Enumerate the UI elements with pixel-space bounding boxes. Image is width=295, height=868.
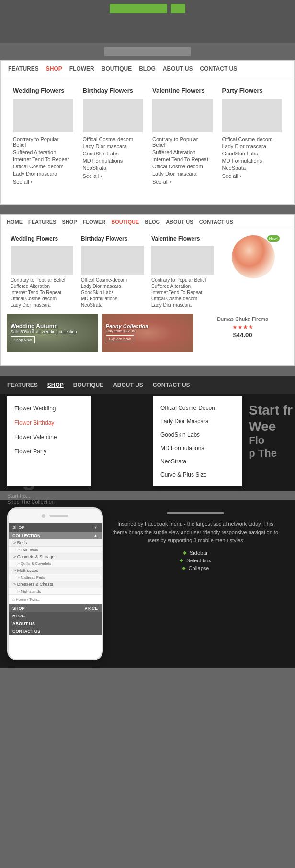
phone-collection-arrow[interactable]: ▲	[93, 533, 98, 538]
nav3-shop[interactable]: SHOP	[47, 382, 64, 388]
phone-mattresses[interactable]: > Mattresses	[9, 567, 102, 574]
sub-link[interactable]: Lady Dior mascara	[152, 171, 213, 176]
banner-peony-collection: Peony Collection Only from $22.99 Explor…	[102, 314, 193, 352]
s2-link[interactable]: Contrary to Popular Belief	[11, 277, 73, 283]
s2-link[interactable]: Suffered Alteration	[11, 284, 73, 289]
search-bar-inner[interactable]	[104, 47, 191, 56]
s2-link[interactable]: NeoStrata	[81, 302, 144, 308]
sub-link[interactable]: MD Formulations	[222, 158, 283, 164]
sub-link[interactable]: Offical Cosme-decom	[83, 136, 143, 142]
banner-peony-btn[interactable]: Explore Now	[106, 335, 134, 342]
sub-link[interactable]: NeoStrata	[222, 165, 283, 171]
phone-nav-shop[interactable]: SHOP	[12, 525, 25, 530]
sub-link[interactable]: Internet Tend To Repeat	[152, 156, 213, 162]
s2-link[interactable]: Offical Cosme-decom	[151, 296, 214, 301]
nav-blog[interactable]: BLOG	[139, 66, 156, 72]
top-bar-btn1[interactable]	[110, 4, 167, 13]
sub-links-valentine: Contrary to Popular Belief Suffered Alte…	[152, 136, 213, 176]
dd-flower-valentine[interactable]: Flower Valentine	[7, 430, 91, 444]
style-sidebar-label: Sidebar	[190, 550, 208, 556]
s2-link[interactable]: GoodSkin Labs	[81, 290, 144, 295]
nav-boutique[interactable]: BOUTIQUE	[102, 66, 132, 72]
section-gap-3	[0, 491, 295, 500]
nav2-about[interactable]: ABOUT US	[166, 219, 193, 225]
style-collapse-label: Collapse	[189, 565, 209, 571]
phone-about-header[interactable]: ABOUT US	[9, 620, 102, 627]
dd-lady-dior[interactable]: Lady Dior Mascara	[153, 415, 242, 428]
sub-link[interactable]: Offical Cosme-decom	[152, 164, 213, 169]
nav2-contact[interactable]: CONTACT US	[199, 219, 233, 225]
phone-cabinets[interactable]: > Cabinets & Storage	[9, 553, 102, 560]
sub-link[interactable]: Offical Cosme-decom	[222, 136, 283, 142]
dd-neostrata[interactable]: NeoStrata	[153, 455, 242, 468]
nav-about[interactable]: ABOUT US	[163, 66, 193, 72]
phone-dressers[interactable]: > Dressers & Chests	[9, 581, 102, 588]
dd-cosme-decom[interactable]: Offical Cosme-Decom	[153, 401, 242, 415]
dd-flower-birthday[interactable]: Flower Birthday	[7, 416, 91, 430]
phone-blog-header[interactable]: BLOG	[9, 612, 102, 620]
s2-link[interactable]: Contrary to Popular Belief	[151, 277, 214, 283]
s2-link[interactable]: Internet Tend To Repeat	[11, 290, 73, 295]
sub-link[interactable]: NeoStrata	[83, 165, 143, 171]
phone-cabinets-label: > Cabinets & Storage	[13, 554, 55, 559]
phone-quilts[interactable]: > Quilts & Coverlets	[9, 560, 102, 567]
nav2-blog[interactable]: BLOG	[145, 219, 160, 225]
nav-shop[interactable]: SHOP	[46, 66, 62, 72]
s2-link[interactable]: Lady Dior mascara	[151, 302, 214, 308]
menu-col-valentine: Valentine Flowers Contrary to Popular Be…	[148, 85, 217, 187]
s2-link[interactable]: Lady Dior mascara	[81, 284, 144, 289]
product-name: Dumas Chuka Firema	[217, 316, 268, 322]
dd-flower-party[interactable]: Flower Party	[7, 444, 91, 459]
dd-flower-wedding[interactable]: Flower Wedding	[7, 401, 91, 416]
sub-link[interactable]: MD Formulations	[83, 158, 143, 164]
top-bar-btn2[interactable]	[171, 4, 185, 13]
s2-link[interactable]: Offical Cosme-decom	[81, 277, 144, 283]
phone-beds[interactable]: > Beds	[9, 539, 102, 547]
phone-mattress-pads[interactable]: > Mattress Pads	[9, 574, 102, 581]
nav-white: FEATURES SHOP FLOWER BOUTIQUE BLOG ABOUT…	[1, 61, 294, 77]
phone-nightstands[interactable]: > Nightstands	[9, 588, 102, 595]
nav3-features[interactable]: FEATURES	[7, 382, 38, 388]
nav2-flower[interactable]: FLOWER	[83, 219, 106, 225]
sub-link[interactable]: Offical Cosme-decom	[13, 164, 73, 169]
phone-notch	[9, 509, 102, 523]
sub-link[interactable]: Lady Dior mascara	[83, 143, 143, 149]
s2-link[interactable]: MD Formulations	[81, 296, 144, 301]
nav-flower[interactable]: FLOWER	[69, 66, 94, 72]
nav-features[interactable]: FEATURES	[8, 66, 39, 72]
sub-link[interactable]: Lady Dior mascara	[222, 143, 283, 149]
nav-contact[interactable]: CONTACT US	[200, 66, 237, 72]
see-all-wedding[interactable]: See all	[13, 179, 73, 185]
sub-link[interactable]: Lady Dior mascara	[13, 171, 73, 176]
dd-curve-plus[interactable]: Curve & Plus Size	[153, 468, 242, 482]
sub-link[interactable]: Internet Tend To Repeat	[13, 156, 73, 162]
s2-link[interactable]: Internet Tend To Repeat	[151, 290, 214, 295]
nav3-about[interactable]: ABOUT US	[113, 382, 143, 388]
sub-link[interactable]: Suffered Alteration	[13, 149, 73, 155]
sub-link[interactable]: GoodSkin Labs	[83, 151, 143, 156]
nav3-contact[interactable]: CONTACT US	[153, 382, 190, 388]
phone-contact-header[interactable]: CONTACT US	[9, 627, 102, 635]
sub-link[interactable]: Contrary to Popular Belief	[152, 136, 213, 148]
sub-link[interactable]: Contrary to Popular Belief	[13, 136, 73, 148]
nav3-boutique[interactable]: BOUTIQUE	[73, 382, 103, 388]
see-all-party[interactable]: See all	[222, 173, 283, 179]
nav2-home[interactable]: HOME	[7, 219, 23, 225]
nav2-shop[interactable]: SHOP	[62, 219, 77, 225]
dd-goodskin[interactable]: GoodSkin Labs	[153, 428, 242, 441]
nav2-boutique[interactable]: BOUTIQUE	[111, 219, 139, 225]
phone-twin-beds[interactable]: > Twin Beds	[9, 547, 102, 553]
banner-wedding-btn[interactable]: Shop Now	[11, 336, 35, 343]
sub-links-wedding: Contrary to Popular Belief Suffered Alte…	[13, 136, 73, 176]
nav2-features[interactable]: FEATURES	[28, 219, 56, 225]
s2-link[interactable]: Lady Dior mascara	[11, 302, 73, 308]
dd-md-form[interactable]: MD Formulations	[153, 441, 242, 455]
see-all-birthday[interactable]: See all	[83, 173, 143, 179]
sub-link[interactable]: GoodSkin Labs	[222, 151, 283, 156]
see-all-valentine[interactable]: See all	[152, 179, 213, 185]
s2-link[interactable]: Suffered Alteration	[151, 284, 214, 289]
col-title-valentine: Valentine Flowers	[152, 87, 213, 94]
sub-link[interactable]: Suffered Alteration	[152, 149, 213, 155]
style-selectbox: ◆ Select box	[110, 558, 281, 563]
s2-link[interactable]: Offical Cosme-decom	[11, 296, 73, 301]
